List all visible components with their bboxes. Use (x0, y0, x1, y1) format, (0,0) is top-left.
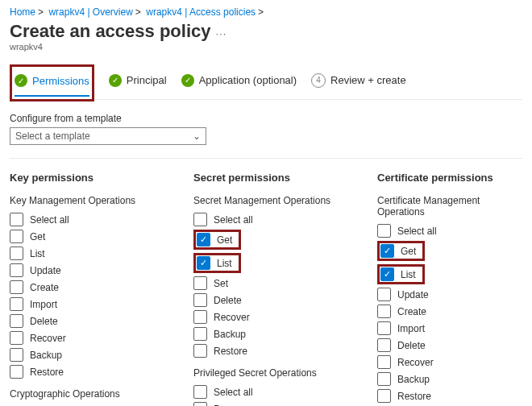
key-permissions-col: Key permissions Key Management Operation… (10, 172, 155, 406)
tab-permissions[interactable]: ✓ Permissions (15, 69, 89, 97)
privsecret-selectall[interactable]: Select all (193, 383, 339, 400)
step-number-icon: 4 (311, 73, 326, 88)
crypto-heading: Cryptographic Operations (10, 388, 155, 400)
perm-import[interactable]: Import (377, 320, 522, 337)
key-selectall-label: Select all (30, 214, 69, 226)
chevron-down-icon: ⌄ (193, 130, 201, 142)
step-tabs: ✓ Permissions ✓ Principal ✓ Application … (10, 64, 522, 100)
template-label: Configure from a template (10, 113, 522, 124)
key-perm-heading: Key permissions (10, 172, 155, 184)
perm-delete[interactable]: Delete (377, 337, 522, 354)
breadcrumb-home[interactable]: Home (10, 6, 35, 18)
breadcrumb-access[interactable]: wrapkv4 | Access policies (146, 6, 256, 18)
perm-update[interactable]: Update (377, 286, 522, 303)
check-icon: ✓ (181, 74, 194, 87)
check-icon: ✓ (109, 74, 122, 87)
perm-backup[interactable]: Backup (193, 325, 339, 342)
perm-restore[interactable]: Restore (377, 387, 522, 404)
perm-get[interactable]: Get (10, 228, 155, 245)
perm-restore[interactable]: Restore (193, 342, 339, 359)
perm-delete[interactable]: Delete (10, 313, 155, 329)
template-select[interactable]: Select a template ⌄ (10, 127, 206, 145)
tab-permissions-label: Permissions (32, 75, 89, 87)
tab-review[interactable]: 4 Review + create (311, 64, 406, 99)
perm-delete[interactable]: Delete (193, 292, 339, 309)
perm-recover[interactable]: Recover (10, 329, 155, 346)
perm-import[interactable]: Import (10, 296, 155, 313)
tab-review-label: Review + create (330, 74, 406, 86)
key-selectall[interactable]: Select all (10, 211, 155, 228)
privsecret-selectall-label: Select all (214, 387, 253, 398)
secret-permissions-col: Secret permissions Secret Management Ope… (193, 172, 339, 406)
cert-selectall[interactable]: Select all (377, 222, 522, 239)
more-icon[interactable]: ··· (215, 27, 227, 39)
check-icon: ✓ (15, 74, 27, 87)
perm-create[interactable]: Create (10, 279, 155, 296)
certmgmt-heading: Certificate Management Operations (377, 195, 522, 218)
tab-application-label: Application (optional) (199, 74, 297, 86)
perm-recover[interactable]: Recover (377, 354, 522, 371)
perm-create[interactable]: Create (377, 303, 522, 320)
perm-restore[interactable]: Restore (10, 363, 155, 380)
divider (10, 158, 522, 159)
secretmgmt-heading: Secret Management Operations (193, 195, 339, 206)
tab-principal-label: Principal (127, 74, 167, 86)
keymgmt-heading: Key Management Operations (10, 195, 155, 206)
secret-selectall[interactable]: Select all (193, 211, 339, 228)
cert-selectall-label: Select all (397, 226, 437, 237)
breadcrumb: Home> wrapkv4 | Overview> wrapkv4 | Acce… (10, 6, 522, 18)
perm-backup[interactable]: Backup (10, 346, 155, 363)
tab-application[interactable]: ✓ Application (optional) (181, 64, 297, 99)
tab-principal[interactable]: ✓ Principal (109, 64, 167, 99)
perm-list[interactable]: List (10, 245, 155, 262)
perm-purge[interactable]: Purge (193, 400, 339, 406)
secret-selectall-label: Select all (214, 214, 253, 226)
perm-recover[interactable]: Recover (193, 309, 339, 325)
cert-permissions-col: Certificate permissions Certificate Mana… (377, 172, 522, 406)
secret-perm-heading: Secret permissions (193, 172, 339, 184)
perm-update[interactable]: Update (10, 262, 155, 279)
cert-perm-heading: Certificate permissions (377, 172, 522, 184)
privsecret-heading: Privileged Secret Operations (193, 367, 339, 379)
breadcrumb-overview[interactable]: wrapkv4 | Overview (48, 6, 132, 18)
page-title: Create an access policy (10, 21, 210, 42)
perm-get[interactable]: ✓Get (193, 228, 339, 251)
template-select-value: Select a template (15, 130, 90, 142)
perm-backup[interactable]: Backup (377, 371, 522, 387)
perm-get[interactable]: ✓Get (377, 239, 522, 263)
resource-name: wrapkv4 (10, 42, 522, 52)
perm-list[interactable]: ✓List (377, 263, 522, 286)
perm-set[interactable]: Set (193, 275, 339, 292)
perm-list[interactable]: ✓List (193, 251, 339, 275)
